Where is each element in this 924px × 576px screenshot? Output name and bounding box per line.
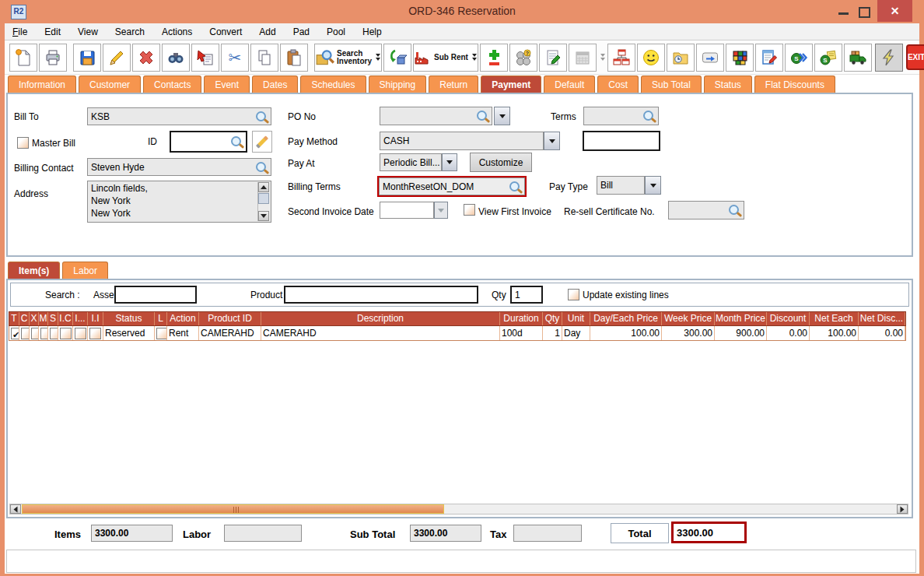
row-cell-2[interactable]	[30, 326, 39, 340]
bill-to-field[interactable]: KSB	[87, 107, 271, 125]
column-header-17[interactable]: Week Price	[662, 312, 715, 325]
items-hscrollbar[interactable]	[9, 504, 908, 515]
tab-customer[interactable]: Customer	[79, 76, 141, 93]
row-cell-18[interactable]: 900.00	[715, 326, 767, 340]
row-checkbox-3[interactable]	[40, 328, 48, 339]
row-cell-19[interactable]: 0.00	[767, 326, 810, 340]
menu-convert[interactable]: Convert	[209, 26, 242, 37]
row-cell-0[interactable]	[9, 326, 19, 340]
address-scroll-thumb[interactable]	[258, 193, 269, 204]
exit-button[interactable]: EXIT	[906, 44, 924, 70]
tab-payment[interactable]: Payment	[481, 76, 541, 93]
quick-launch-button[interactable]	[875, 44, 903, 72]
column-header-0[interactable]: T	[9, 312, 19, 325]
row-checkbox-2[interactable]	[31, 328, 39, 339]
terms-field[interactable]	[583, 107, 659, 125]
calendar-dropdown[interactable]	[600, 54, 605, 61]
hscroll-thumb[interactable]	[22, 504, 444, 514]
terms-search-icon[interactable]	[643, 111, 653, 121]
customer-button[interactable]	[637, 44, 665, 72]
row-cell-21[interactable]: 0.00	[859, 326, 905, 340]
pay-method-combo[interactable]: CASH	[380, 132, 544, 150]
row-cell-5[interactable]	[58, 326, 73, 340]
column-header-3[interactable]: M	[39, 312, 48, 325]
row-cell-1[interactable]	[19, 326, 30, 340]
history-button[interactable]	[667, 44, 695, 72]
id-edit-button[interactable]	[252, 131, 272, 153]
forward-invoice-button[interactable]: S	[785, 44, 813, 72]
pay-at-combo[interactable]: Periodic Bill...	[380, 153, 442, 171]
invoice-notes-button[interactable]: S	[814, 44, 842, 72]
tab-status[interactable]: Status	[704, 76, 752, 93]
shortcut-key-button[interactable]	[696, 44, 724, 72]
pay-at-dropdown[interactable]	[442, 153, 457, 171]
availability-button[interactable]: ?	[509, 44, 537, 72]
column-header-21[interactable]: Net Disc...	[859, 312, 905, 325]
column-header-10[interactable]: Action	[167, 312, 199, 325]
sub-rent-dropdown[interactable]	[472, 54, 477, 61]
asset-search-field[interactable]	[114, 286, 197, 304]
column-header-14[interactable]: Qty	[543, 312, 562, 325]
row-cell-11[interactable]: CAMERAHD	[199, 326, 261, 340]
address-scrollbar[interactable]	[257, 182, 270, 221]
pay-method-extra-field[interactable]	[583, 131, 660, 151]
address-scroll-up[interactable]	[258, 182, 269, 192]
cut-button[interactable]: ✂	[221, 44, 249, 72]
copy-button[interactable]	[250, 44, 278, 72]
view-first-invoice-checkbox[interactable]	[464, 204, 475, 216]
row-checkbox-5[interactable]	[60, 328, 72, 339]
tab-flat-discounts[interactable]: Flat Discounts	[754, 76, 835, 93]
sub-rent-button[interactable]: Sub Rent	[413, 44, 478, 72]
column-header-1[interactable]: C	[19, 312, 30, 325]
row-cell-6[interactable]	[73, 326, 88, 340]
po-no-search-icon[interactable]	[477, 111, 487, 121]
tab-schedules[interactable]: Schedules	[300, 76, 366, 93]
tab-contacts[interactable]: Contacts	[143, 76, 201, 93]
menu-help[interactable]: Help	[362, 26, 382, 37]
delete-button[interactable]	[132, 44, 160, 72]
tab-sub-total[interactable]: Sub Total	[641, 76, 702, 93]
column-header-5[interactable]: I.C	[58, 312, 73, 325]
menu-pool[interactable]: Pool	[327, 26, 345, 37]
save-button[interactable]	[73, 44, 101, 72]
bill-to-search-icon[interactable]	[256, 111, 266, 121]
id-field[interactable]	[170, 131, 247, 153]
hscroll-right-button[interactable]	[897, 504, 908, 514]
po-no-dropdown[interactable]	[494, 107, 510, 125]
close-button[interactable]: ✕	[877, 0, 912, 22]
column-header-13[interactable]: Duration	[500, 312, 543, 325]
billing-contact-field[interactable]: Steven Hyde	[87, 158, 271, 176]
row-cell-3[interactable]	[39, 326, 48, 340]
row-cell-14[interactable]: 1	[543, 326, 562, 340]
menu-search[interactable]: Search	[115, 26, 145, 37]
edit-button[interactable]	[103, 44, 131, 72]
column-header-11[interactable]: Product ID	[199, 312, 261, 325]
second-invoice-date-field[interactable]	[380, 202, 434, 219]
row-cell-20[interactable]: 100.00	[810, 326, 859, 340]
find-button[interactable]	[162, 44, 190, 72]
po-no-field[interactable]	[380, 107, 492, 125]
menu-view[interactable]: View	[78, 26, 98, 37]
tab-default[interactable]: Default	[544, 76, 595, 93]
row-cell-10[interactable]: Rent	[167, 326, 199, 340]
row-checkbox-1[interactable]	[21, 328, 30, 339]
tab-cost[interactable]: Cost	[597, 76, 639, 93]
resell-cert-field[interactable]	[668, 201, 744, 220]
menu-file[interactable]: File	[12, 26, 27, 37]
column-header-4[interactable]: S	[48, 312, 58, 325]
row-cell-12[interactable]: CAMERAHD	[261, 326, 500, 340]
address-field[interactable]: Lincoln fields, New York New York	[87, 181, 271, 223]
qty-field[interactable]: 1	[510, 286, 543, 304]
search-inventory-button[interactable]: SearchInventory	[314, 44, 382, 72]
multi-set-button[interactable]	[726, 44, 754, 72]
row-checkbox-7[interactable]	[89, 328, 101, 339]
row-cell-16[interactable]: 100.00	[590, 326, 662, 340]
minimize-button[interactable]	[838, 12, 849, 15]
tab-return[interactable]: Return	[429, 76, 478, 93]
row-cell-7[interactable]	[88, 326, 103, 340]
hierarchy-button[interactable]	[607, 44, 635, 72]
tab-items[interactable]: Item(s)	[8, 262, 60, 279]
column-header-15[interactable]: Unit	[562, 312, 590, 325]
search-inventory-dropdown[interactable]	[376, 54, 380, 61]
second-invoice-date-dropdown[interactable]	[434, 202, 448, 219]
